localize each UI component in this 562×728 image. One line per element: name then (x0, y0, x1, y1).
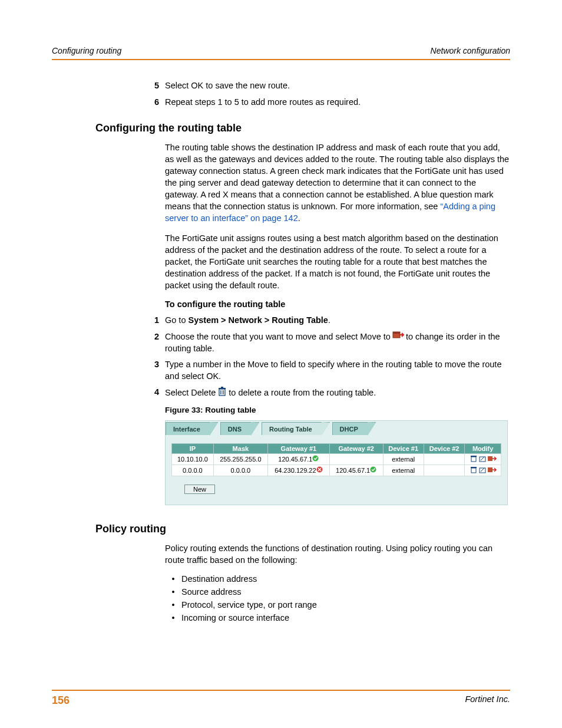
tab-routing-table[interactable]: Routing Table (262, 422, 322, 435)
svg-point-14 (371, 467, 376, 473)
svg-rect-1 (393, 332, 400, 334)
bullet-text: Destination address (181, 574, 257, 584)
cell-d2 (424, 453, 464, 465)
col-device1: Device #1 (383, 443, 424, 453)
page-footer: 156 Fortinet Inc. (52, 690, 510, 707)
tab-interface[interactable]: Interface (166, 422, 210, 435)
bullet-text: Incoming or source interface (181, 613, 289, 622)
list-item: 2 Choose the route that you want to move… (148, 331, 510, 355)
list-item: 6 Repeat steps 1 to 5 to add more routes… (148, 97, 510, 108)
figure-caption: Figure 33: Routing table (165, 406, 510, 414)
step-text: Select OK to save the new route. (165, 80, 510, 92)
svg-point-8 (313, 456, 319, 462)
table-area: IP Mask Gateway #1 Gateway #2 Device #1 … (166, 435, 507, 494)
header-left: Configuring routing (52, 46, 121, 55)
figure-routing-table: Interface DNS Routing Table DHCP IP Mask… (165, 420, 508, 505)
cell-mask: 0.0.0.0 (213, 465, 267, 476)
running-header: Configuring routing Network configuratio… (52, 46, 510, 55)
step-number: 1 (148, 315, 165, 327)
list-item: 1 Go to System > Network > Routing Table… (148, 315, 510, 327)
header-right: Network configuration (431, 46, 510, 55)
delete-trash-icon (218, 387, 226, 400)
col-ip: IP (172, 443, 214, 453)
cell-d2 (424, 465, 464, 476)
procedure-title: To configure the routing table (165, 299, 510, 309)
table-row: 0.0.0.0 0.0.0.0 64.230.129.22 120.45.67.… (172, 465, 501, 476)
footer-rule (52, 690, 510, 691)
cell-modify (465, 453, 501, 465)
svg-rect-18 (488, 467, 492, 472)
step-number: 6 (148, 97, 165, 108)
cell-d1: external (383, 453, 424, 465)
list-item: •Source address (165, 587, 510, 597)
svg-rect-11 (480, 457, 485, 462)
cell-mask: 255.255.255.0 (213, 453, 267, 465)
bullet-text: Protocol, service type, or port range (181, 600, 317, 610)
move-to-icon (393, 331, 404, 343)
list-item: •Incoming or source interface (165, 613, 510, 622)
bullet-list: •Destination address •Source address •Pr… (165, 574, 510, 622)
status-ok-icon (370, 467, 376, 474)
document-page: Configuring routing Network configuratio… (0, 0, 562, 728)
col-mask: Mask (213, 443, 267, 453)
cell-modify (465, 465, 501, 476)
body-text: The routing table shows the destination … (165, 143, 509, 211)
cell-gw2 (329, 453, 383, 465)
svg-rect-6 (219, 388, 226, 389)
step-text: Type a number in the Move to field to sp… (165, 359, 510, 382)
list-item: 3 Type a number in the Move to field to … (148, 359, 510, 382)
svg-rect-7 (221, 387, 223, 388)
step-text: Select Delete to delete a route from the… (165, 387, 510, 400)
col-gateway1: Gateway #1 (267, 443, 329, 453)
cell-gw1: 120.45.67.1 (267, 453, 329, 465)
paragraph: The FortiGate unit assigns routes using … (165, 232, 510, 291)
col-gateway2: Gateway #2 (329, 443, 383, 453)
body-text: . (298, 213, 300, 223)
list-item: •Protocol, service type, or port range (165, 600, 510, 610)
step-number: 5 (148, 80, 165, 92)
move-icon[interactable] (488, 467, 496, 475)
status-ok-icon (312, 456, 319, 463)
tab-dns[interactable]: DNS (220, 422, 251, 435)
bullet-icon: • (165, 574, 181, 584)
move-icon[interactable] (488, 456, 496, 463)
page-number: 156 (52, 694, 70, 707)
status-bad-icon (316, 467, 323, 474)
delete-icon[interactable] (470, 456, 477, 463)
new-button[interactable]: New (184, 485, 215, 494)
table-header-row: IP Mask Gateway #1 Gateway #2 Device #1 … (172, 443, 501, 453)
heading-configuring-routing-table: Configuring the routing table (95, 122, 510, 134)
step-text: Go to System > Network > Routing Table. (165, 315, 510, 327)
paragraph: The routing table shows the destination … (165, 141, 510, 224)
svg-rect-12 (488, 456, 492, 461)
edit-icon[interactable] (479, 456, 486, 463)
bullet-icon: • (165, 587, 181, 597)
cell-ip: 10.10.10.0 (172, 453, 214, 465)
cell-gw1: 64.230.129.22 (267, 465, 329, 476)
paragraph: Policy routing extends the functions of … (165, 542, 510, 566)
cell-ip: 0.0.0.0 (172, 465, 214, 476)
edit-icon[interactable] (479, 467, 486, 475)
step-number: 2 (148, 331, 165, 355)
bullet-icon: • (165, 600, 181, 610)
col-device2: Device #2 (424, 443, 464, 453)
step-text: Choose the route that you want to move a… (165, 331, 510, 355)
header-rule (52, 59, 510, 60)
tab-dhcp[interactable]: DHCP (332, 422, 368, 435)
list-item: 5 Select OK to save the new route. (148, 80, 510, 92)
heading-policy-routing: Policy routing (95, 523, 510, 535)
delete-icon[interactable] (470, 467, 477, 475)
cell-d1: external (383, 465, 424, 476)
tab-strip: Interface DNS Routing Table DHCP (166, 421, 507, 435)
col-modify: Modify (465, 443, 501, 453)
list-item: •Destination address (165, 574, 510, 584)
table-row: 10.10.10.0 255.255.255.0 120.45.67.1 ext… (172, 453, 501, 465)
step-number: 3 (148, 359, 165, 382)
publisher: Fortinet Inc. (465, 694, 510, 707)
cell-gw2: 120.45.67.1 (329, 465, 383, 476)
routing-table: IP Mask Gateway #1 Gateway #2 Device #1 … (171, 443, 501, 476)
bullet-text: Source address (181, 587, 242, 597)
step-number: 4 (148, 387, 165, 400)
step-text: Repeat steps 1 to 5 to add more routes a… (165, 97, 510, 108)
svg-rect-15 (471, 468, 476, 473)
